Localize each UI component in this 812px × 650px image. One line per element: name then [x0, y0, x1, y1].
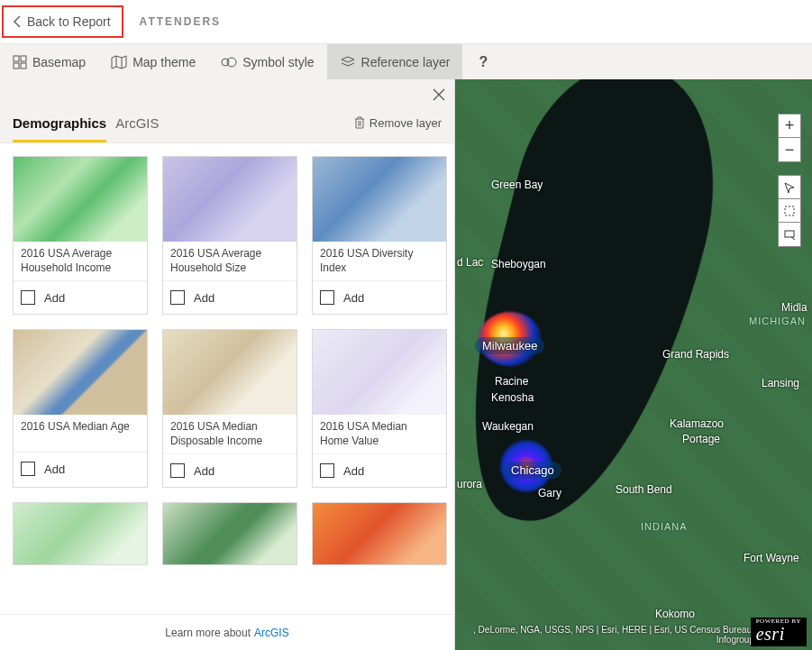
panel-close-button[interactable] [433, 88, 445, 104]
map-label: Kalamazoo [670, 417, 724, 430]
layer-thumbnail [14, 157, 147, 242]
layer-add-button[interactable]: Add [163, 454, 297, 487]
layer-add-label: Add [343, 291, 364, 305]
layer-thumbnail [313, 157, 446, 242]
checkbox-icon [21, 290, 35, 305]
tab-demographics[interactable]: Demographics [13, 108, 106, 142]
basemap-icon [13, 55, 27, 69]
tab-arcgis[interactable]: ArcGIS [115, 108, 159, 142]
pointer-icon [783, 181, 796, 194]
help-icon: ? [479, 54, 488, 70]
svg-rect-1 [21, 56, 26, 61]
basemap-label: Basemap [32, 55, 86, 69]
map-canvas[interactable]: Green Bay d Lac Sheboygan Milwaukee Raci… [455, 79, 812, 650]
map-label: Waukegan [482, 420, 534, 433]
toolbar: Basemap Map theme Symbol style Reference… [0, 43, 812, 79]
lasso-select-icon [783, 228, 796, 241]
esri-logo: POWERED BY esri [751, 618, 807, 646]
map-label: Green Bay [491, 179, 543, 191]
layer-add-button[interactable]: Add [14, 453, 147, 485]
map-city-label: Chicago [504, 462, 561, 479]
reference-layer-button[interactable]: Reference layer [327, 44, 463, 79]
layer-title: 2016 USA Median Age [14, 415, 147, 453]
map-label: Kenosha [491, 391, 534, 404]
remove-layer-button[interactable]: Remove layer [353, 115, 442, 135]
panel-tabs: Demographics ArcGIS [13, 108, 160, 142]
layer-card: 2016 USA Median Age Add [13, 329, 148, 488]
layer-thumbnail [14, 503, 147, 564]
map-label: South Bend [616, 483, 672, 496]
map-label: Racine [495, 375, 528, 388]
map-label: Kokomo [655, 608, 695, 620]
reference-layer-panel: Demographics ArcGIS Remove layer 2016 US… [0, 79, 455, 650]
reference-layer-icon [340, 55, 356, 69]
layer-thumbnail [163, 157, 297, 242]
map-label: Grand Rapids [662, 348, 729, 361]
layer-card: 2016 USA Diversity Index Add [312, 156, 447, 315]
trash-icon [353, 115, 366, 130]
layer-thumbnail [163, 503, 297, 564]
chevron-left-icon [13, 15, 22, 28]
svg-rect-7 [785, 231, 794, 237]
zoom-in-button[interactable]: + [779, 114, 800, 138]
help-button[interactable]: ? [462, 44, 504, 79]
layer-add-label: Add [194, 464, 214, 478]
checkbox-icon [21, 462, 35, 476]
layer-add-label: Add [343, 464, 364, 478]
layer-grid: 2016 USA Average Household Income Add 20… [0, 143, 454, 614]
map-label: Gary [538, 487, 561, 499]
map-label: urora [457, 478, 482, 490]
layer-title: 2016 USA Average Household Income [14, 242, 147, 281]
layer-card [312, 502, 447, 565]
map-theme-label: Map theme [132, 55, 196, 69]
content: Demographics ArcGIS Remove layer 2016 US… [0, 79, 812, 650]
layer-add-label: Add [194, 291, 214, 305]
layer-card: 2016 USA Median Home Value Add [312, 329, 447, 488]
svg-rect-6 [785, 206, 794, 215]
map-label: Lansing [762, 377, 799, 389]
layer-add-button[interactable]: Add [14, 281, 147, 314]
layer-thumbnail [313, 330, 446, 415]
map-label: Portage [682, 433, 720, 445]
layer-add-label: Add [44, 291, 65, 305]
layer-card: 2016 USA Average Household Size Add [162, 156, 297, 315]
layer-card [162, 502, 297, 565]
symbol-style-label: Symbol style [242, 55, 314, 69]
reference-layer-label: Reference layer [361, 55, 451, 69]
pointer-tool-button[interactable] [779, 176, 800, 199]
checkbox-icon [320, 290, 334, 305]
panel-footer: Learn more about ArcGIS [0, 614, 454, 650]
layer-add-button[interactable]: Add [163, 281, 297, 314]
layer-thumbnail [14, 330, 147, 415]
rectangle-select-icon [783, 205, 796, 217]
map-label: Midla [781, 301, 807, 314]
basemap-button[interactable]: Basemap [0, 44, 98, 79]
layer-card: 2016 USA Median Disposable Income Add [162, 329, 297, 488]
map-label: d Lac [457, 256, 483, 269]
svg-rect-0 [14, 56, 19, 61]
map-city-label: Milwaukee [475, 337, 544, 354]
symbol-style-button[interactable]: Symbol style [208, 44, 326, 79]
svg-rect-3 [21, 63, 26, 69]
checkbox-icon [170, 290, 185, 305]
lasso-select-button[interactable] [779, 223, 800, 246]
layer-title: 2016 USA Average Household Size [163, 242, 297, 281]
map-attribution: , DeLorme, NGA, USGS, NPS | Esri, HERE |… [459, 625, 754, 645]
checkbox-icon [170, 463, 185, 478]
back-to-report-button[interactable]: Back to Report [2, 5, 123, 38]
layer-card [13, 502, 148, 565]
page-title: ATTENDERS [140, 15, 221, 28]
footer-text: Learn more about [165, 627, 251, 639]
panel-tabs-row: Demographics ArcGIS Remove layer [0, 79, 454, 143]
arcgis-link[interactable]: ArcGIS [254, 627, 289, 639]
map-theme-icon [111, 55, 127, 69]
map-region-label: INDIANA [641, 521, 688, 532]
map-label: Fort Wayne [744, 552, 799, 564]
layer-add-button[interactable]: Add [313, 281, 446, 314]
map-theme-button[interactable]: Map theme [98, 44, 208, 79]
app-header: Back to Report ATTENDERS [0, 0, 812, 43]
rectangle-select-button[interactable] [779, 199, 800, 223]
layer-add-button[interactable]: Add [313, 454, 446, 487]
zoom-out-button[interactable]: − [779, 138, 800, 161]
checkbox-icon [320, 463, 334, 478]
